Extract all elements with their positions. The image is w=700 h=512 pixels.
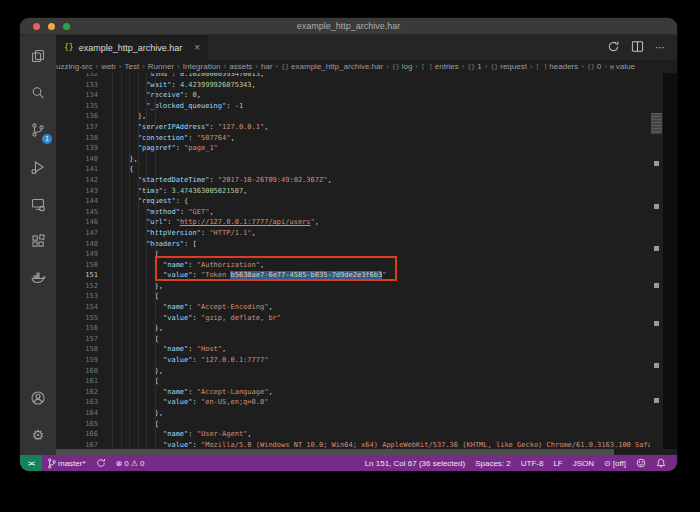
line-number[interactable]: 137: [56, 122, 104, 133]
line-number[interactable]: 136: [56, 111, 104, 122]
code-line-135[interactable]: 135 "_blocked_queueing": -1: [56, 101, 677, 112]
line-number[interactable]: 161: [56, 376, 104, 387]
code-line-164[interactable]: 164 },: [56, 408, 677, 419]
code-line-162[interactable]: 162 "name": "Accept-Language",: [56, 387, 677, 398]
code-line-148[interactable]: 148 "headers": [: [56, 239, 677, 250]
git-branch-status[interactable]: master*: [47, 458, 86, 469]
tab-close-icon[interactable]: ×: [194, 43, 200, 53]
close-window-button[interactable]: [33, 23, 40, 30]
line-number[interactable]: 159: [56, 355, 104, 366]
breadcrumb-item-log[interactable]: {}log: [392, 62, 413, 71]
code-line-138[interactable]: 138 "connection": "507764",: [56, 133, 677, 144]
code-line-145[interactable]: 145 "method": "GET",: [56, 207, 677, 218]
code-line-154[interactable]: 154 "name": "Accept-Encoding",: [56, 302, 677, 313]
line-number[interactable]: 158: [56, 344, 104, 355]
breadcrumb-item-test[interactable]: Test: [124, 62, 139, 71]
line-number[interactable]: 150: [56, 260, 104, 271]
line-number[interactable]: 134: [56, 90, 104, 101]
open-changes-icon[interactable]: [607, 39, 620, 57]
breadcrumb-item-integration[interactable]: Integration: [183, 62, 221, 71]
code-line-147[interactable]: 147 "httpVersion": "HTTP/1.1",: [56, 228, 677, 239]
line-number[interactable]: 146: [56, 217, 104, 228]
breadcrumb-item-headers[interactable]: [ ]headers: [536, 62, 579, 71]
settings-gear-icon[interactable]: ⚙: [21, 418, 55, 452]
code-line-163[interactable]: 163 "value": "en-US,en;q=0.8": [56, 397, 677, 408]
breadcrumb-item-runner[interactable]: Runner: [148, 62, 174, 71]
breadcrumb-item-1[interactable]: {}1: [467, 62, 481, 71]
toggle-off-status[interactable]: ⊙ [off]: [604, 459, 626, 468]
line-number[interactable]: 156: [56, 323, 104, 334]
line-number[interactable]: 155: [56, 313, 104, 324]
eol-status[interactable]: LF: [553, 459, 562, 468]
line-number[interactable]: 144: [56, 196, 104, 207]
code-line-143[interactable]: 143 "time": 3.474363005021587,: [56, 186, 677, 197]
line-number[interactable]: 166: [56, 429, 104, 440]
breadcrumb-item-uzzing-src[interactable]: uzzing-src: [56, 62, 92, 71]
code-line-144[interactable]: 144 "request": {: [56, 196, 677, 207]
code-line-159[interactable]: 159 "value": "127.0.0.1:7777": [56, 355, 677, 366]
line-number[interactable]: 148: [56, 239, 104, 250]
remote-explorer-icon[interactable]: [21, 187, 55, 221]
code-line-136[interactable]: 136 },: [56, 111, 677, 122]
line-number[interactable]: 162: [56, 387, 104, 398]
breadcrumb-item-request[interactable]: {}request: [490, 62, 527, 71]
line-number[interactable]: 165: [56, 419, 104, 430]
language-mode-status[interactable]: JSON: [573, 459, 594, 468]
line-number[interactable]: 164: [56, 408, 104, 419]
vertical-scrollbar[interactable]: [650, 73, 663, 449]
more-actions-icon[interactable]: ⋯: [655, 42, 666, 53]
code-line-153[interactable]: 153 {: [56, 291, 677, 302]
line-number[interactable]: 157: [56, 334, 104, 345]
line-number[interactable]: 153: [56, 291, 104, 302]
line-number[interactable]: 149: [56, 249, 104, 260]
split-editor-icon[interactable]: [631, 39, 644, 57]
code-line-137[interactable]: 137 "serverIPAddress": "127.0.0.1",: [56, 122, 677, 133]
line-number[interactable]: 143: [56, 186, 104, 197]
vertical-scrollbar-thumb[interactable]: [651, 113, 662, 134]
line-number[interactable]: 147: [56, 228, 104, 239]
code-line-156[interactable]: 156 },: [56, 323, 677, 334]
account-icon[interactable]: [21, 381, 55, 415]
title-bar[interactable]: example_http_archive.har: [20, 18, 677, 35]
breadcrumb-item-0[interactable]: {}0: [587, 62, 601, 71]
notifications-bell-icon[interactable]: [656, 458, 666, 468]
code-line-133[interactable]: 133 "wait": 4.423999926075343,: [56, 80, 677, 91]
tab-example-http-archive[interactable]: {} example_http_archive.har ×: [56, 35, 208, 60]
code-line-142[interactable]: 142 "startedDateTime": "2017-10-26T09:49…: [56, 175, 677, 186]
breadcrumb-item-entries[interactable]: [ ]entries: [421, 62, 459, 71]
line-number[interactable]: 160: [56, 366, 104, 377]
breadcrumb-item-har[interactable]: har: [261, 62, 273, 71]
line-number[interactable]: 145: [56, 207, 104, 218]
breadcrumb-item-example-http-archive-har[interactable]: {}example_http_archive.har: [281, 62, 383, 71]
remote-indicator[interactable]: ><: [20, 455, 42, 471]
minimize-window-button[interactable]: [48, 23, 55, 30]
line-number[interactable]: 142: [56, 175, 104, 186]
line-number[interactable]: 151: [56, 270, 104, 281]
editor-pane[interactable]: 132 "send": 0.10200000593470013,133 "wai…: [56, 69, 677, 455]
encoding-status[interactable]: UTF-8: [521, 459, 544, 468]
code-line-160[interactable]: 160 },: [56, 366, 677, 377]
explorer-icon[interactable]: [21, 39, 55, 73]
line-number[interactable]: 140: [56, 154, 104, 165]
code-line-166[interactable]: 166 "name": "User-Agent",: [56, 429, 677, 440]
search-icon[interactable]: [21, 76, 55, 110]
code-line-165[interactable]: 165 {: [56, 419, 677, 430]
line-number[interactable]: 163: [56, 397, 104, 408]
run-debug-icon[interactable]: [21, 150, 55, 184]
line-number[interactable]: 139: [56, 143, 104, 154]
code-line-146[interactable]: 146 "url": "http://127.0.0.1:7777/api/us…: [56, 217, 677, 228]
breadcrumb-item-web[interactable]: web: [101, 62, 116, 71]
docker-icon[interactable]: [21, 261, 55, 295]
zoom-window-button[interactable]: [63, 23, 70, 30]
code-line-141[interactable]: 141 {: [56, 164, 677, 175]
feedback-smiley-icon[interactable]: [636, 458, 646, 468]
breadcrumb-item-value[interactable]: ▤value: [610, 62, 635, 71]
code-line-161[interactable]: 161 {: [56, 376, 677, 387]
line-number[interactable]: 135: [56, 101, 104, 112]
cursor-position-status[interactable]: Ln 151, Col 67 (36 selected): [365, 459, 466, 468]
code-line-155[interactable]: 155 "value": "gzip, deflate, br": [56, 313, 677, 324]
line-number[interactable]: 141: [56, 164, 104, 175]
code-line-140[interactable]: 140 },: [56, 154, 677, 165]
breadcrumb-item-assets[interactable]: assets: [229, 62, 252, 71]
line-number[interactable]: 138: [56, 133, 104, 144]
